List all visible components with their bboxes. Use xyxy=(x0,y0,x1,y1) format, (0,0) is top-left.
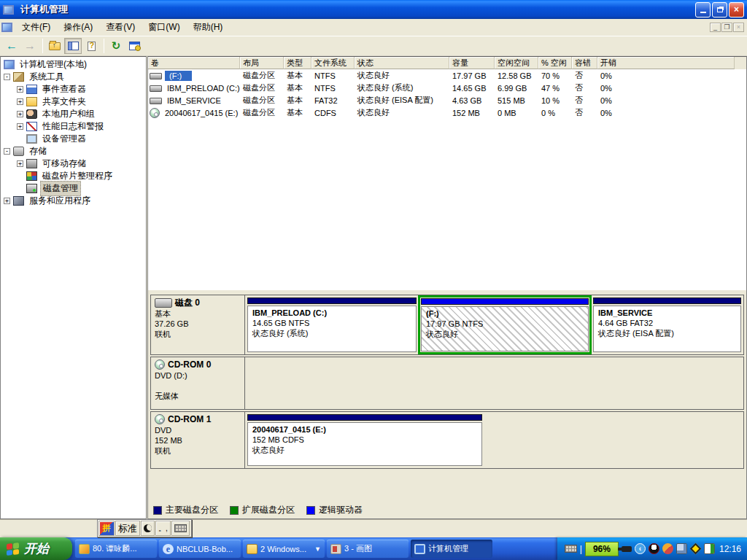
ime-mode-button[interactable]: 标准 xyxy=(115,521,140,536)
tree-expander[interactable]: + xyxy=(17,160,23,167)
console-window-button[interactable] xyxy=(125,38,143,54)
disk-info-line: 37.26 GB xyxy=(155,319,241,329)
restore-button[interactable] xyxy=(712,2,727,18)
music-task-icon xyxy=(79,544,90,554)
taskbar-task[interactable]: 80. 谭咏麟... xyxy=(75,540,157,558)
taskbar-task[interactable]: 3 - 画图 xyxy=(327,540,409,558)
tray-separator: | xyxy=(580,544,582,554)
tree-item[interactable]: +事件查看器 xyxy=(1,83,146,96)
taskbar-task[interactable]: 计算机管理 xyxy=(411,540,492,558)
tree-item[interactable]: -存储 xyxy=(1,145,146,158)
menu-window[interactable]: 窗口(W) xyxy=(142,20,186,34)
column-header[interactable]: 容量 xyxy=(449,57,495,69)
antivirus-tray-icon[interactable] xyxy=(690,543,702,555)
ie-task-icon: e xyxy=(163,544,174,554)
ime-fullwidth-button[interactable] xyxy=(141,521,155,536)
disk-title: CD-ROM 0 xyxy=(155,359,241,370)
minimize-button[interactable] xyxy=(695,2,711,18)
remote-tray-icon[interactable] xyxy=(704,543,715,554)
network-tray-icon[interactable] xyxy=(676,543,687,554)
tray-collapse-chevron[interactable]: ‹ xyxy=(635,543,646,554)
services-icon xyxy=(13,196,24,206)
power-plug-icon[interactable] xyxy=(622,546,632,552)
column-header[interactable]: 布局 xyxy=(240,57,284,69)
partition[interactable]: IBM_PRELOAD (C:)14.65 GB NTFS状态良好 (系统) xyxy=(247,298,417,352)
column-header[interactable]: 容错 xyxy=(572,57,597,69)
column-header[interactable]: 状态 xyxy=(355,57,449,69)
qq-tray-icon[interactable] xyxy=(649,543,659,554)
volume-row[interactable]: 20040617_0415 (E:)磁盘分区基本CDFS状态良好152 MB0 … xyxy=(148,106,746,119)
disk-volume-icon xyxy=(150,85,162,92)
windows-logo-icon xyxy=(7,542,20,556)
partition[interactable]: 20040617_0415 (E:)152 MB CDFS状态良好 xyxy=(247,414,482,466)
up-folder-button[interactable]: ↑ xyxy=(46,38,63,54)
disk-header[interactable]: CD-ROM 1DVD152 MB联机 xyxy=(151,412,245,468)
tree-expander[interactable]: - xyxy=(4,74,10,80)
column-header[interactable]: 类型 xyxy=(284,57,311,69)
mdi-minimize-button[interactable]: _ xyxy=(710,23,721,32)
column-header[interactable]: % 空闲 xyxy=(538,57,572,69)
disk-header[interactable]: 磁盘 0基本37.26 GB联机 xyxy=(151,295,245,354)
disk-header[interactable]: CD-ROM 0DVD (D:)无媒体 xyxy=(151,357,245,409)
column-header[interactable]: 文件系统 xyxy=(311,57,355,69)
ime-logo-icon[interactable]: 拼 xyxy=(98,521,115,536)
show-hide-panes-button[interactable] xyxy=(64,38,82,54)
column-header[interactable]: 空闲空间 xyxy=(495,57,538,69)
mdi-restore-button[interactable]: ❐ xyxy=(721,23,732,32)
menu-view[interactable]: 查看(V) xyxy=(99,20,142,34)
menu-help[interactable]: 帮助(H) xyxy=(187,20,230,34)
messenger-tray-icon[interactable] xyxy=(662,543,673,554)
mdi-close-button[interactable]: × xyxy=(733,23,744,32)
column-header[interactable]: 卷 xyxy=(148,57,240,69)
partition[interactable]: IBM_SERVICE4.64 GB FAT32状态良好 (EISA 配置) xyxy=(593,298,741,352)
partitions-area: IBM_PRELOAD (C:)14.65 GB NTFS状态良好 (系统)(F… xyxy=(245,295,743,354)
tree-item[interactable]: +共享文件夹 xyxy=(1,96,146,108)
volume-row[interactable]: (F:)磁盘分区基本NTFS状态良好17.97 GB12.58 GB70 %否0… xyxy=(148,69,746,82)
tree-item[interactable]: 设备管理器 xyxy=(1,133,146,145)
start-button[interactable]: 开始 xyxy=(0,537,72,560)
tree-item[interactable]: +性能日志和警报 xyxy=(1,120,146,133)
partition-status: 状态良好 (系统) xyxy=(252,328,411,338)
help-button[interactable]: ? xyxy=(82,38,100,54)
taskbar-task[interactable]: eNBCLUB-Bob... xyxy=(159,540,241,558)
tree-item[interactable]: +本地用户和组 xyxy=(1,108,146,120)
column-header[interactable]: 开销 xyxy=(597,57,735,69)
menu-file[interactable]: 文件(F) xyxy=(15,20,57,34)
ime-tray-keyboard-icon[interactable] xyxy=(565,545,577,553)
partition-color-band xyxy=(247,298,417,304)
tree-item[interactable]: +服务和应用程序 xyxy=(1,195,146,207)
ime-punctuation-button[interactable]: 。, xyxy=(155,521,171,536)
back-button[interactable]: ← xyxy=(3,38,20,54)
toolbar: ← → ↑ ? ↻ xyxy=(0,36,747,56)
volume-name-cell: 20040617_0415 (E:) xyxy=(148,108,240,118)
tray-clock[interactable]: 12:16 xyxy=(719,544,741,554)
tree-item[interactable]: +可移动存储 xyxy=(1,158,146,170)
menu-action[interactable]: 操作(A) xyxy=(57,20,99,34)
ime-keyboard-button[interactable] xyxy=(171,521,190,536)
partition[interactable]: (F:)17.97 GB NTFS状态良好 xyxy=(418,295,592,354)
tree-expander[interactable]: + xyxy=(17,123,23,130)
tree-root-item[interactable]: 计算机管理(本地) xyxy=(1,58,146,71)
close-button[interactable]: × xyxy=(729,2,744,18)
refresh-button[interactable]: ↻ xyxy=(107,38,125,54)
disk-info-line: 基本 xyxy=(155,308,241,319)
volume-row[interactable]: IBM_SERVICE磁盘分区基本FAT32状态良好 (EISA 配置)4.63… xyxy=(148,94,746,106)
tree-expander[interactable]: + xyxy=(4,198,10,204)
battery-indicator[interactable]: 96% xyxy=(585,542,619,556)
legend-color-swatch xyxy=(153,506,162,515)
tree-item[interactable]: -系统工具 xyxy=(1,71,146,83)
perf-icon xyxy=(26,122,37,131)
partition-info: (F:)17.97 GB NTFS状态良好 xyxy=(421,306,589,351)
forward-button[interactable]: → xyxy=(21,38,39,54)
tree-item[interactable]: 磁盘管理 xyxy=(1,182,146,195)
volume-row[interactable]: IBM_PRELOAD (C:)磁盘分区基本NTFS状态良好 (系统)14.65… xyxy=(148,82,746,94)
taskbar-task[interactable]: 2 Windows...▼ xyxy=(243,540,325,558)
disk-name: CD-ROM 0 xyxy=(168,359,211,370)
tree-expander[interactable]: + xyxy=(17,86,23,93)
tree-expander[interactable]: - xyxy=(4,148,10,155)
tree-expander[interactable]: + xyxy=(17,111,23,117)
storage-icon xyxy=(13,147,24,156)
defrag-icon xyxy=(26,171,37,181)
tree-expander[interactable]: + xyxy=(17,98,23,105)
cell-type: 基本 xyxy=(284,95,311,106)
